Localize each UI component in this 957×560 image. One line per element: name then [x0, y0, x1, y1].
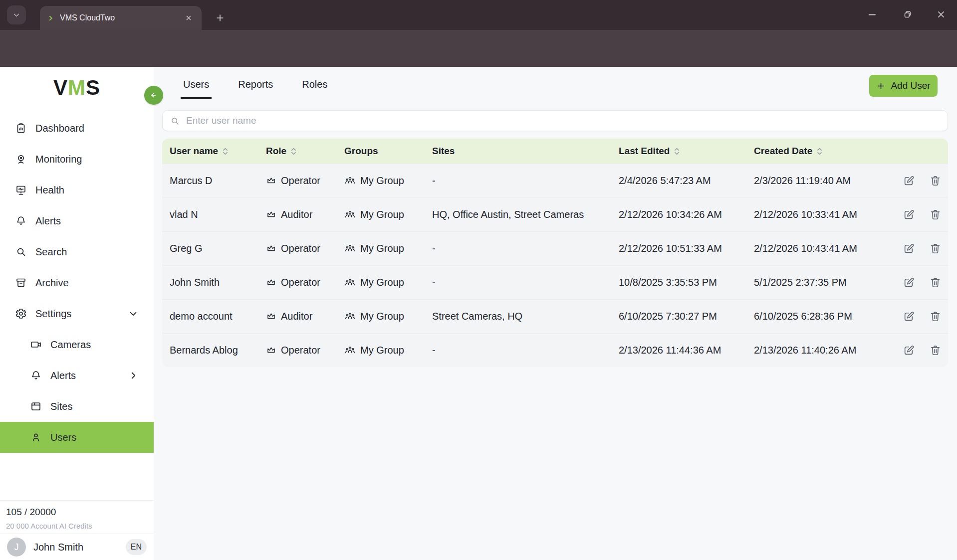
column-header-last-edited[interactable]: Last Edited: [611, 146, 746, 157]
app-root: VMS Dashboard Monitoring Health Alerts S…: [0, 67, 957, 560]
crown-icon: [266, 243, 276, 254]
account-row[interactable]: J John Smith EN: [0, 534, 154, 560]
people-group-icon: [344, 243, 356, 254]
sidebar-collapse-button[interactable]: [144, 86, 163, 105]
arrow-left-icon: [149, 90, 159, 100]
search-input[interactable]: [186, 115, 941, 126]
cell-user-name: vlad N: [162, 209, 258, 220]
tab-reports[interactable]: Reports: [236, 79, 275, 99]
search-icon: [170, 116, 180, 126]
sidebar-item-health[interactable]: Health: [0, 175, 154, 205]
people-group-icon: [344, 209, 356, 220]
user-avatar: J: [7, 538, 26, 557]
archive-box-icon: [15, 277, 27, 289]
browser-tab-active[interactable]: VMS CloudTwo: [40, 6, 202, 30]
credits-usage: 105 / 20000: [6, 507, 154, 518]
account-name: John Smith: [33, 542, 118, 553]
cell-role: Operator: [258, 243, 337, 254]
cell-role: Operator: [258, 345, 337, 356]
cell-role: Auditor: [258, 311, 337, 322]
sort-icon: [674, 147, 680, 156]
crown-icon: [266, 209, 276, 220]
tab-favicon-icon: [47, 14, 54, 22]
people-group-icon: [344, 175, 356, 187]
cell-last-edited: 2/12/2026 10:34:26 AM: [611, 209, 746, 220]
edit-user-button[interactable]: [902, 344, 915, 357]
sort-icon: [291, 147, 296, 156]
sidebar-item-alerts-settings[interactable]: Alerts: [0, 360, 154, 391]
cell-last-edited: 2/4/2026 5:47:23 AM: [611, 175, 746, 187]
gear-icon: [15, 308, 27, 320]
people-group-icon: [344, 277, 356, 288]
cell-group: My Group: [337, 175, 425, 187]
account-credits: 105 / 20000 20 000 Account AI Credits: [0, 500, 154, 530]
new-tab-button[interactable]: [212, 9, 229, 26]
cell-created-date: 5/1/2025 2:37:35 PM: [746, 277, 896, 288]
column-header-user-name[interactable]: User name: [162, 146, 258, 157]
credits-label: 20 000 Account AI Credits: [6, 522, 154, 530]
table-row: Greg G Operator My Group - 2/12/2026 10:…: [162, 231, 948, 265]
delete-user-button[interactable]: [929, 175, 942, 187]
sidebar-item-alerts[interactable]: Alerts: [0, 205, 154, 236]
cell-last-edited: 2/13/2026 11:44:36 AM: [611, 345, 746, 356]
delete-user-button[interactable]: [929, 208, 942, 221]
delete-user-button[interactable]: [929, 276, 942, 289]
cell-group: My Group: [337, 209, 425, 220]
column-header-created-date[interactable]: Created Date: [746, 146, 896, 157]
cell-actions: [896, 242, 948, 255]
table-header-row: User name Role Groups Sites Last Edited …: [162, 139, 948, 164]
column-header-role[interactable]: Role: [258, 146, 337, 157]
cell-last-edited: 2/12/2026 10:51:33 AM: [611, 243, 746, 254]
cell-user-name: Marcus D: [162, 175, 258, 187]
cell-group: My Group: [337, 345, 425, 356]
plus-icon: [876, 81, 886, 91]
sidebar-item-sites[interactable]: Sites: [0, 391, 154, 422]
browser-tabstrip: VMS CloudTwo: [0, 0, 957, 30]
add-user-button[interactable]: Add User: [869, 75, 938, 97]
language-selector[interactable]: EN: [126, 539, 147, 555]
window-restore-button[interactable]: [900, 7, 915, 22]
health-monitor-icon: [15, 184, 27, 196]
edit-user-button[interactable]: [902, 310, 915, 323]
tab-users[interactable]: Users: [181, 79, 212, 99]
cell-last-edited: 10/8/2025 3:35:53 PM: [611, 277, 746, 288]
users-table: User name Role Groups Sites Last Edited …: [162, 139, 948, 367]
sidebar-item-archive[interactable]: Archive: [0, 267, 154, 298]
tab-roles[interactable]: Roles: [299, 79, 330, 99]
sidebar-item-dashboard[interactable]: Dashboard: [0, 113, 154, 144]
cell-group: My Group: [337, 311, 425, 322]
edit-user-button[interactable]: [902, 208, 915, 221]
sidebar-item-users[interactable]: Users: [0, 422, 154, 453]
delete-user-button[interactable]: [929, 310, 942, 323]
cell-user-name: Greg G: [162, 243, 258, 254]
cell-actions: [896, 344, 948, 357]
sidebar-item-monitoring[interactable]: Monitoring: [0, 144, 154, 175]
table-body: Marcus D Operator My Group - 2/4/2026 5:…: [162, 164, 948, 367]
sidebar-item-search[interactable]: Search: [0, 236, 154, 267]
cell-created-date: 2/12/2026 10:33:41 AM: [746, 209, 896, 220]
cell-role: Auditor: [258, 209, 337, 220]
cell-created-date: 2/13/2026 11:40:26 AM: [746, 345, 896, 356]
table-row: vlad N Auditor My Group HQ, Office Austi…: [162, 197, 948, 231]
tab-title: VMS CloudTwo: [60, 13, 177, 22]
browser-window-icon: [30, 400, 42, 412]
person-icon: [30, 431, 42, 443]
cell-sites: -: [425, 345, 611, 356]
edit-user-button[interactable]: [902, 276, 915, 289]
window-minimize-button[interactable]: [865, 7, 880, 22]
sidebar-item-settings[interactable]: Settings: [0, 298, 154, 329]
user-search: [162, 110, 948, 131]
chevron-right-icon: [128, 370, 139, 381]
tab-search-button[interactable]: [7, 5, 26, 24]
delete-user-button[interactable]: [929, 344, 942, 357]
edit-user-button[interactable]: [902, 242, 915, 255]
sidebar-item-cameras[interactable]: Cameras: [0, 329, 154, 360]
window-close-button[interactable]: [934, 7, 949, 22]
delete-user-button[interactable]: [929, 242, 942, 255]
sort-icon: [817, 147, 822, 156]
cell-user-name: demo account: [162, 311, 258, 322]
edit-user-button[interactable]: [902, 175, 915, 187]
search-icon: [15, 246, 27, 258]
cell-sites: HQ, Office Austin, Street Cameras: [425, 209, 611, 220]
tab-close-icon[interactable]: [183, 12, 195, 24]
